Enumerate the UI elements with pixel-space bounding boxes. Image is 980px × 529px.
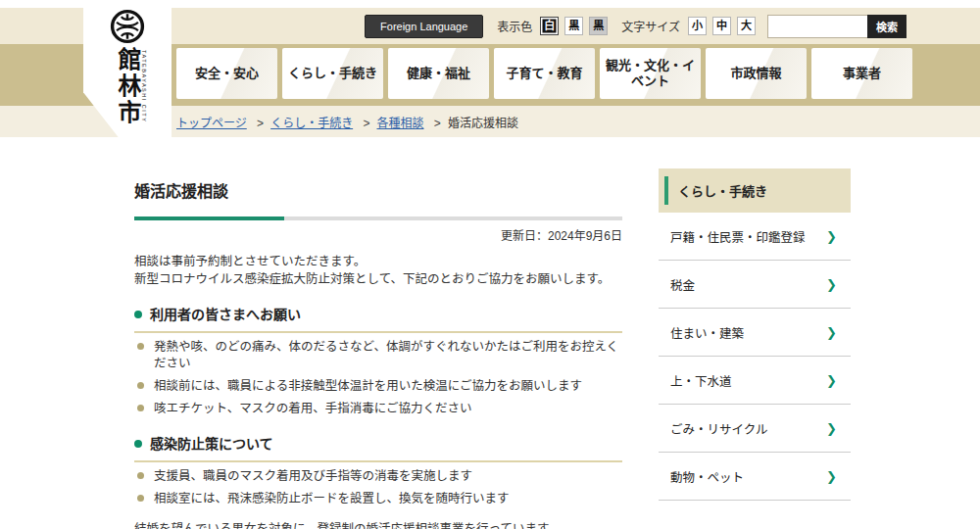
- sidebar-item[interactable]: ごみ・リサイクル ❯: [659, 405, 851, 453]
- nav-tab[interactable]: 子育て・教育: [494, 48, 595, 99]
- city-name: 館林市: [116, 47, 139, 126]
- sidebar-item-label: ごみ・リサイクル: [670, 419, 767, 438]
- sidebar-item[interactable]: 動物・ペット ❯: [659, 453, 851, 501]
- sidebar-item-label: 動物・ペット: [670, 467, 744, 486]
- section-heading: 感染防止策について: [134, 435, 622, 453]
- list-item: 発熱や咳、のどの痛み、体のだるさなど、体調がすぐれないかたはご利用をお控えくださ…: [137, 339, 622, 372]
- sidebar-item-label: 税金: [670, 275, 695, 294]
- color-scheme-black-button[interactable]: 黒: [564, 17, 583, 35]
- breadcrumb-separator: >: [257, 117, 264, 130]
- sidebar-item[interactable]: 住まい・建築 ❯: [659, 309, 851, 357]
- title-divider-accent: [134, 216, 284, 220]
- nav-tab[interactable]: 事業者: [811, 48, 912, 99]
- city-name-english: TATEBAYASHI CITY: [141, 50, 147, 122]
- closing-paragraph: 結婚を望んでいる男女を対象に、登録制の婚活応援相談事業を行っています。: [134, 521, 622, 529]
- list-item: 支援員、職員のマスク着用及び手指等の消毒を実施します: [137, 468, 622, 485]
- updated-date: 更新日：2024年9月6日: [134, 229, 622, 243]
- intro-line: 相談は事前予約制とさせていただきます。: [134, 254, 622, 271]
- search-button[interactable]: 検索: [867, 15, 906, 38]
- color-scheme-black-alt-button[interactable]: 黒: [589, 17, 608, 35]
- chevron-right-icon: ❯: [826, 229, 837, 244]
- section-infection-measures: 感染防止策について 支援員、職員のマスク着用及び手指等の消毒を実施します 相談室…: [134, 435, 622, 507]
- bullet-icon: [137, 343, 144, 350]
- breadcrumb-item: くらし・手続き >: [270, 114, 376, 130]
- city-emblem-icon: [109, 8, 146, 45]
- bullet-icon: [137, 495, 144, 502]
- chevron-right-icon: ❯: [826, 325, 837, 340]
- list-item-text: 咳エチケット、マスクの着用、手指消毒にご協力ください: [154, 401, 472, 417]
- sidebar-item-label: 住まい・建築: [670, 323, 744, 342]
- display-color-label: 表示色: [497, 18, 532, 34]
- font-size-small-button[interactable]: 小: [688, 17, 707, 35]
- list-item: 相談前には、職員による非接触型体温計を用いた検温にご協力をお願いします: [137, 378, 622, 395]
- article: 婚活応援相談 更新日：2024年9月6日 相談は事前予約制とさせていただきます。…: [134, 137, 622, 529]
- sidebar: くらし・手続き 戸籍・住民票・印鑑登録 ❯ 税金 ❯ 住まい・建築 ❯ 上・下水…: [659, 168, 851, 501]
- chevron-right-icon: ❯: [826, 421, 837, 436]
- nav-tab[interactable]: 安全・安心: [176, 48, 277, 99]
- sidebar-item[interactable]: 戸籍・住民票・印鑑登録 ❯: [659, 213, 851, 261]
- breadcrumb-current: 婚活応援相談: [448, 114, 518, 130]
- section-divider: [134, 331, 622, 333]
- breadcrumb-separator: >: [434, 117, 441, 130]
- sidebar-header-text: くらし・手続き: [678, 181, 767, 200]
- section-ring-icon: [134, 311, 142, 318]
- nav-tab[interactable]: 観光・文化・イベント: [600, 48, 701, 99]
- sidebar-header-accent-bar: [664, 176, 668, 205]
- section-heading: 利用者の皆さまへお願い: [134, 306, 622, 323]
- section-heading-text: 感染防止策について: [150, 435, 273, 453]
- breadcrumb-item: トップページ >: [176, 114, 270, 130]
- list-item-text: 相談室には、飛沫感染防止ボードを設置し、換気を随時行います: [154, 491, 510, 507]
- breadcrumb-item: 各種相談 >: [377, 114, 448, 130]
- section-ring-icon: [134, 440, 142, 448]
- font-size-large-button[interactable]: 大: [737, 17, 756, 35]
- breadcrumb-link[interactable]: 各種相談: [377, 117, 424, 130]
- bullet-icon: [137, 472, 144, 479]
- breadcrumb-link[interactable]: トップページ: [176, 117, 247, 130]
- search-input[interactable]: [767, 15, 867, 38]
- chevron-right-icon: ❯: [826, 277, 837, 292]
- nav-tab[interactable]: 市政情報: [706, 48, 807, 99]
- sidebar-item[interactable]: 上・下水道 ❯: [659, 357, 851, 405]
- sidebar-item-label: 戸籍・住民票・印鑑登録: [670, 227, 806, 246]
- intro-line: 新型コロナウイルス感染症拡大防止対策として、下記のとおりご協力をお願いします。: [134, 271, 622, 289]
- font-size-medium-button[interactable]: 中: [712, 17, 731, 35]
- color-scheme-white-button[interactable]: 白: [540, 17, 559, 35]
- chevron-right-icon: ❯: [826, 469, 837, 484]
- bullet-icon: [137, 382, 144, 389]
- list-item-text: 発熱や咳、のどの痛み、体のだるさなど、体調がすぐれないかたはご利用をお控えくださ…: [154, 339, 622, 372]
- title-divider: [134, 216, 622, 220]
- section-heading-text: 利用者の皆さまへお願い: [150, 306, 301, 323]
- font-size-label: 文字サイズ: [621, 18, 680, 34]
- list-item-text: 支援員、職員のマスク着用及び手指等の消毒を実施します: [154, 468, 472, 485]
- breadcrumb-separator: >: [363, 117, 369, 130]
- section-divider: [134, 460, 622, 462]
- bullet-icon: [137, 405, 144, 411]
- list-item: 咳エチケット、マスクの着用、手指消毒にご協力ください: [137, 401, 622, 417]
- nav-tab[interactable]: くらし・手続き: [282, 48, 383, 99]
- list-item: 相談室には、飛沫感染防止ボードを設置し、換気を随時行います: [137, 491, 622, 507]
- chevron-right-icon: ❯: [826, 373, 837, 388]
- sidebar-header: くらし・手続き: [659, 168, 851, 213]
- breadcrumb-link[interactable]: くらし・手続き: [270, 117, 353, 130]
- sidebar-item[interactable]: 税金 ❯: [659, 261, 851, 309]
- foreign-language-button[interactable]: Foreign Language: [365, 15, 483, 38]
- sidebar-item-label: 上・下水道: [670, 371, 732, 390]
- search-box: 検索: [767, 15, 906, 38]
- nav-tab[interactable]: 健康・福祉: [388, 48, 489, 99]
- section-user-request: 利用者の皆さまへお願い 発熱や咳、のどの痛み、体のだるさなど、体調がすぐれないか…: [134, 306, 622, 417]
- list-item-text: 相談前には、職員による非接触型体温計を用いた検温にご協力をお願いします: [154, 378, 582, 395]
- page-title: 婚活応援相談: [134, 180, 622, 204]
